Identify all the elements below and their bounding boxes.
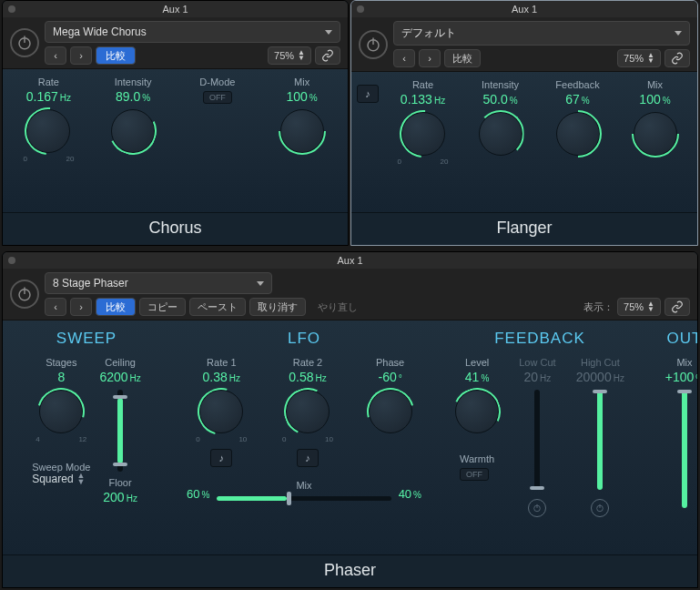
note-sync-button[interactable]: ♪ bbox=[357, 85, 379, 103]
outmix-slider[interactable] bbox=[682, 390, 687, 508]
titlebar-flanger: Aux 1 bbox=[351, 1, 697, 17]
highcut-slider[interactable] bbox=[597, 390, 603, 490]
section-out: OUT bbox=[653, 330, 698, 348]
undo-button[interactable]: 取り消す bbox=[249, 298, 306, 316]
titlebar-phaser: Aux 1 bbox=[3, 252, 697, 269]
warmth-value[interactable]: OFF bbox=[460, 468, 489, 481]
rate2-sync-button[interactable]: ♪ bbox=[297, 449, 319, 467]
rate1-knob[interactable] bbox=[199, 390, 243, 433]
mix-knob[interactable] bbox=[634, 112, 677, 156]
next-button[interactable]: › bbox=[70, 298, 92, 316]
rate2-label: Rate 2 bbox=[293, 357, 322, 368]
plugin-name: Flanger bbox=[351, 212, 697, 245]
ceiling-label: Ceiling bbox=[105, 357, 136, 368]
lowcut-slider[interactable] bbox=[534, 390, 540, 490]
rate-knob[interactable] bbox=[401, 112, 445, 156]
close-dot[interactable] bbox=[8, 257, 15, 264]
mix-knob[interactable] bbox=[280, 109, 324, 153]
stages-label: Stages bbox=[46, 357, 76, 368]
lowcut-power[interactable] bbox=[528, 499, 546, 517]
compare-button[interactable]: 比較 bbox=[444, 49, 481, 67]
rate1-sync-button[interactable]: ♪ bbox=[210, 449, 232, 467]
outmix-label: Mix bbox=[676, 357, 692, 368]
lowcut-label: Low Cut bbox=[519, 357, 555, 368]
preset-select[interactable]: デフォルト bbox=[393, 21, 690, 46]
copy-button[interactable]: コピー bbox=[139, 298, 186, 316]
chevron-down-icon bbox=[675, 31, 682, 36]
dmode-value[interactable]: OFF bbox=[203, 91, 232, 104]
window-title: Aux 1 bbox=[162, 4, 188, 15]
plugin-name: Chorus bbox=[3, 212, 348, 245]
lfo-mix-slider[interactable] bbox=[217, 496, 391, 501]
preset-name: デフォルト bbox=[401, 25, 456, 41]
power-button[interactable] bbox=[10, 280, 39, 309]
preset-name: Mega Wide Chorus bbox=[53, 25, 147, 38]
close-dot[interactable] bbox=[8, 5, 15, 13]
feedback-label: Feedback bbox=[541, 79, 614, 90]
sweepmode-select[interactable]: Squared ▲▼ bbox=[32, 473, 90, 485]
zoom-select[interactable]: 75% ▲▼ bbox=[268, 46, 311, 65]
rate-label: Rate bbox=[8, 76, 89, 87]
rate-label: Rate bbox=[386, 79, 460, 90]
floor-label: Floor bbox=[109, 477, 132, 488]
titlebar-chorus: Aux 1 bbox=[3, 1, 348, 17]
rate2-knob[interactable] bbox=[286, 390, 330, 433]
phase-label: Phase bbox=[376, 357, 404, 368]
highcut-label: High Cut bbox=[581, 357, 620, 368]
link-button[interactable] bbox=[664, 49, 690, 67]
compare-button[interactable]: 比較 bbox=[96, 298, 136, 316]
warmth-label: Warmth bbox=[460, 453, 494, 464]
link-button[interactable] bbox=[315, 46, 340, 65]
highcut-power[interactable] bbox=[591, 499, 609, 517]
show-label: 表示： bbox=[583, 300, 614, 314]
prev-button[interactable]: ‹ bbox=[45, 46, 66, 65]
range-slider[interactable] bbox=[117, 390, 123, 472]
next-button[interactable]: › bbox=[419, 49, 441, 67]
paste-button[interactable]: ペースト bbox=[189, 298, 246, 316]
rate1-label: Rate 1 bbox=[207, 357, 236, 368]
section-feedback: FEEDBACK bbox=[449, 330, 631, 348]
section-sweep: SWEEP bbox=[14, 330, 159, 348]
intensity-label: Intensity bbox=[93, 76, 174, 87]
lfo-mix-label: Mix bbox=[217, 480, 391, 491]
intensity-knob[interactable] bbox=[111, 109, 155, 153]
chevron-down-icon bbox=[325, 30, 332, 35]
stages-knob[interactable] bbox=[39, 390, 83, 433]
link-button[interactable] bbox=[664, 298, 690, 316]
plugin-name: Phaser bbox=[3, 554, 697, 587]
compare-button[interactable]: 比較 bbox=[96, 46, 136, 65]
redo-button[interactable]: やり直し bbox=[309, 298, 366, 316]
zoom-select[interactable]: 75% ▲▼ bbox=[617, 298, 661, 316]
preset-name: 8 Stage Phaser bbox=[53, 277, 128, 290]
phase-knob[interactable] bbox=[369, 390, 412, 433]
preset-select[interactable]: Mega Wide Chorus bbox=[45, 21, 340, 43]
power-button[interactable] bbox=[359, 30, 388, 59]
power-button[interactable] bbox=[10, 28, 39, 57]
intensity-knob[interactable] bbox=[479, 112, 522, 156]
window-title: Aux 1 bbox=[337, 255, 362, 266]
preset-select[interactable]: 8 Stage Phaser bbox=[45, 272, 272, 294]
rate-knob[interactable] bbox=[26, 109, 70, 153]
prev-button[interactable]: ‹ bbox=[393, 49, 415, 67]
mix-label: Mix bbox=[618, 79, 692, 90]
mix-label: Mix bbox=[261, 76, 342, 87]
level-label: Level bbox=[465, 357, 489, 368]
prev-button[interactable]: ‹ bbox=[45, 298, 66, 316]
chevron-down-icon bbox=[257, 281, 264, 286]
section-lfo: LFO bbox=[181, 330, 427, 348]
close-dot[interactable] bbox=[357, 5, 364, 13]
zoom-select[interactable]: 75% ▲▼ bbox=[617, 49, 661, 67]
dmode-label: D-Mode bbox=[178, 76, 259, 87]
feedback-knob[interactable] bbox=[556, 112, 600, 156]
next-button[interactable]: › bbox=[70, 46, 92, 65]
window-title: Aux 1 bbox=[512, 4, 537, 15]
level-knob[interactable] bbox=[455, 390, 499, 433]
intensity-label: Intensity bbox=[463, 79, 537, 90]
